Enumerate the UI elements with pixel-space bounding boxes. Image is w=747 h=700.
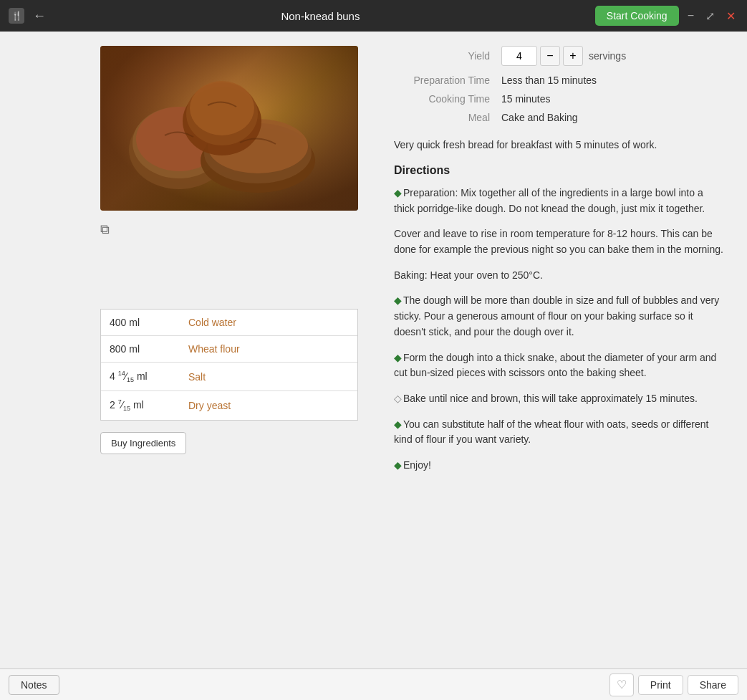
ingredient-name: Dry yeast xyxy=(188,400,231,411)
prep-time-row: Preparation Time Less than 15 minutes xyxy=(394,75,726,86)
right-panel: Yield − + servings Preparation Time Less… xyxy=(380,32,747,668)
recipe-title: Non-knead buns xyxy=(281,10,360,22)
yield-label: Yield xyxy=(394,50,501,62)
titlebar-right: Start Cooking − ⤢ ✕ xyxy=(595,6,738,26)
step-filled-icon: ◆ xyxy=(394,294,402,306)
recipe-image xyxy=(100,46,358,211)
print-button[interactable]: Print xyxy=(638,675,683,695)
ingredient-name: Cold water xyxy=(188,317,236,328)
direction-block: ◆Preparation: Mix together all of the in… xyxy=(394,186,726,216)
titlebar: 🍴 ← Non-knead buns Start Cooking − ⤢ ✕ xyxy=(0,0,747,32)
meal-row: Meal Cake and Baking xyxy=(394,112,726,123)
prep-time-value: Less than 15 minutes xyxy=(501,75,597,86)
prep-time-label: Preparation Time xyxy=(394,75,501,86)
ingredient-amount: 2 7⁄15 ml xyxy=(110,398,188,412)
maximize-button[interactable]: ⤢ xyxy=(703,9,718,23)
ingredient-name: Salt xyxy=(188,371,206,383)
favorite-button[interactable]: ♡ xyxy=(609,673,634,696)
step-filled-icon: ◆ xyxy=(394,459,402,471)
cooking-time-label: Cooking Time xyxy=(394,93,501,105)
logo-icon: 🍴 xyxy=(11,11,22,21)
step-filled-icon: ◆ xyxy=(394,187,402,198)
share-button[interactable]: Share xyxy=(688,675,738,695)
yield-row: Yield − + servings xyxy=(394,46,726,66)
ingredient-amount: 4 14⁄15 ml xyxy=(110,370,188,383)
notes-button[interactable]: Notes xyxy=(9,675,59,695)
bottom-right-actions: ♡ Print Share xyxy=(609,673,738,696)
ingredients-table: 400 mlCold water800 mlWheat flour4 14⁄15… xyxy=(100,309,358,421)
image-decoration-icon: ⧉ xyxy=(100,222,365,237)
left-panel: ⧉ 400 mlCold water800 mlWheat flour4 14⁄… xyxy=(0,32,380,668)
bottom-bar: Notes ♡ Print Share xyxy=(0,668,747,700)
servings-label: servings xyxy=(589,50,626,62)
cooking-time-value: 15 minutes xyxy=(501,93,550,105)
yield-decrease-button[interactable]: − xyxy=(540,46,560,66)
start-cooking-button[interactable]: Start Cooking xyxy=(595,6,679,26)
close-button[interactable]: ✕ xyxy=(723,9,738,23)
direction-block: ◆You can substitute half of the wheat fl… xyxy=(394,417,726,448)
directions-container: ◆Preparation: Mix together all of the in… xyxy=(394,186,726,474)
ingredient-row: 400 mlCold water xyxy=(101,310,357,336)
titlebar-left: 🍴 ← xyxy=(9,8,46,24)
yield-input[interactable] xyxy=(501,46,537,66)
direction-block: ◇Bake until nice and brown, this will ta… xyxy=(394,391,726,407)
main-content: ⧉ 400 mlCold water800 mlWheat flour4 14⁄… xyxy=(0,32,747,668)
ingredient-amount: 400 ml xyxy=(110,317,188,328)
ingredient-name: Wheat flour xyxy=(188,343,240,355)
direction-block: ◆Enjoy! xyxy=(394,458,726,474)
meal-value: Cake and Baking xyxy=(501,112,578,123)
minimize-button[interactable]: − xyxy=(685,9,697,22)
directions-title: Directions xyxy=(394,164,726,177)
step-filled-icon: ◆ xyxy=(394,418,402,430)
meal-label: Meal xyxy=(394,112,501,123)
direction-block: ◆The dough will be more than double in s… xyxy=(394,293,726,340)
ingredient-row: 4 14⁄15 mlSalt xyxy=(101,363,357,391)
bread-svg xyxy=(115,57,344,200)
buy-ingredients-button[interactable]: Buy Ingredients xyxy=(100,432,186,454)
step-filled-icon: ◆ xyxy=(394,352,402,363)
yield-increase-button[interactable]: + xyxy=(563,46,583,66)
svg-point-8 xyxy=(190,81,254,135)
back-button[interactable]: ← xyxy=(33,9,46,24)
ingredient-row: 2 7⁄15 mlDry yeast xyxy=(101,391,357,419)
ingredient-row: 800 mlWheat flour xyxy=(101,336,357,363)
direction-block: Baking: Heat your oven to 250°C. xyxy=(394,268,726,284)
app-logo: 🍴 xyxy=(9,8,24,24)
direction-block: ◆Form the dough into a thick snake, abou… xyxy=(394,350,726,381)
step-outline-icon: ◇ xyxy=(394,393,402,404)
direction-block: Cover and leave to rise in room temperat… xyxy=(394,226,726,257)
recipe-description: Very quick fresh bread for breakfast wit… xyxy=(394,138,726,153)
cooking-time-row: Cooking Time 15 minutes xyxy=(394,93,726,105)
ingredient-amount: 800 ml xyxy=(110,343,188,355)
bread-visual xyxy=(100,46,358,211)
